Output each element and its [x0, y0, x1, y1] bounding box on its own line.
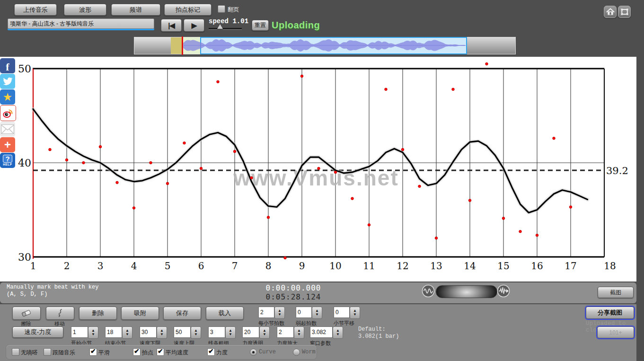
radio-label-curve: Curve — [259, 349, 276, 355]
beat-point — [267, 216, 270, 219]
reset-button[interactable]: 重置 — [252, 20, 269, 31]
spinner-r2-4-arrows[interactable]: ▲▼ — [191, 326, 201, 339]
tool-button-保存[interactable]: 保存 — [163, 307, 201, 320]
beat-point — [385, 88, 388, 91]
toolbar-button-3[interactable]: 频谱 — [111, 4, 160, 16]
email-share-button[interactable] — [0, 122, 15, 137]
spinner-down-icon[interactable]: ▼ — [297, 333, 301, 336]
prev-button[interactable]: |◀ — [161, 19, 182, 32]
spinner-down-icon[interactable]: ▼ — [353, 313, 357, 317]
spinner-r1-2-arrows[interactable]: ▲▼ — [312, 307, 322, 319]
checkbox-平均速度[interactable] — [157, 348, 164, 356]
spinner-r1-1-value[interactable] — [258, 307, 274, 318]
spinner-r2-1-value[interactable] — [71, 326, 88, 338]
play-button[interactable]: ▶ — [184, 19, 204, 32]
beat-point — [166, 182, 169, 185]
checkbox-平滑[interactable] — [89, 348, 97, 356]
tempo-dynamics-mode-button[interactable]: 速度-力度 — [12, 326, 63, 338]
speed-slider-thumb[interactable] — [217, 24, 223, 29]
tool-button-吸附[interactable]: 吸附 — [121, 307, 159, 320]
flip-page-checkbox[interactable] — [218, 5, 225, 13]
qzone-share-button[interactable]: ★ — [0, 89, 15, 105]
spinner-r1-3-arrows[interactable]: ▲▼ — [350, 307, 360, 319]
spinner-r1-2-label: 弱起拍数 — [296, 320, 317, 327]
home-button[interactable] — [604, 6, 617, 18]
spinner-r2-7-arrows[interactable]: ▲▼ — [294, 326, 304, 339]
tempo-chart[interactable]: www.Vmus.net39.2304050123456789101112131… — [0, 57, 636, 282]
spinner-down-icon[interactable]: ▼ — [194, 333, 198, 336]
spinner-down-icon[interactable]: ▼ — [315, 313, 319, 317]
spinner-r2-8-arrows[interactable]: ▲▼ — [333, 326, 343, 339]
checkbox-跟随音乐[interactable] — [44, 348, 51, 356]
spinner-r2-8-value[interactable] — [310, 326, 333, 338]
radio-worm[interactable] — [293, 349, 300, 356]
beat-point — [418, 185, 421, 188]
beat-point — [116, 181, 119, 184]
radio-curve[interactable] — [250, 349, 257, 356]
waveform-overview[interactable] — [134, 37, 516, 54]
spinner-r2-4-value[interactable] — [174, 326, 191, 338]
spinner-r2-2-arrows[interactable]: ▲▼ — [122, 326, 132, 339]
spinner-down-icon[interactable]: ▼ — [278, 313, 282, 317]
spinner-r2-3-value[interactable] — [140, 326, 157, 338]
spinner-down-icon[interactable]: ▼ — [91, 333, 95, 336]
checkbox-拍点[interactable] — [133, 348, 141, 356]
spinner-r2-6-arrows[interactable]: ▲▼ — [259, 326, 270, 339]
checkbox-无嘀嗒[interactable] — [12, 348, 19, 356]
spinner-r2-5-arrows[interactable]: ▲▼ — [225, 326, 236, 339]
spinner-down-icon[interactable]: ▼ — [125, 333, 129, 336]
speed-readout: speed 1.01 — [209, 18, 248, 25]
default-window-note: Default: 3.082(1 bar) — [358, 326, 399, 340]
home-icon — [606, 7, 615, 17]
chart-panel: f★+?HELP www.Vmus.net39.2304050123456789… — [0, 57, 636, 282]
help-share-button[interactable]: ?HELP — [0, 153, 15, 168]
checkbox-label-平均速度: 平均速度 — [166, 349, 188, 357]
eraser-button-擦除[interactable] — [12, 307, 41, 320]
toolbar-button-2[interactable]: 波形 — [64, 4, 106, 16]
eraser-icon — [21, 309, 32, 317]
weibo-share-button[interactable] — [0, 105, 16, 121]
y-tick-label: 30 — [18, 251, 31, 263]
display-button[interactable] — [618, 6, 631, 18]
spinner-r2-7-value[interactable] — [277, 326, 294, 338]
spinner-down-icon[interactable]: ▼ — [263, 333, 266, 336]
email-envelope-icon — [1, 124, 14, 134]
share-plus-share-button[interactable]: + — [0, 137, 15, 152]
beat-key-hint: Manually mark beat with key (A, S, D, F) — [7, 284, 98, 298]
spinner-down-icon[interactable]: ▼ — [229, 333, 232, 336]
spinner-down-icon[interactable]: ▼ — [160, 333, 164, 336]
radio-label-worm: Worm — [302, 349, 316, 355]
volume-slider[interactable] — [436, 285, 497, 298]
spinner-r2-1-arrows[interactable]: ▲▼ — [88, 326, 98, 339]
tool-button-删除[interactable]: 删除 — [79, 307, 117, 320]
spinner-r2-6-value[interactable] — [242, 326, 259, 338]
facebook-share-button[interactable]: f — [0, 58, 15, 73]
screenshot-button[interactable]: 截图 — [598, 287, 634, 298]
track-title-input[interactable] — [8, 18, 154, 29]
spinner-r2-2-value[interactable] — [105, 326, 122, 338]
beat-point — [485, 62, 488, 65]
move-button-移动[interactable] — [46, 307, 74, 320]
x-tick-label: 5 — [165, 260, 171, 272]
twitter-share-button[interactable] — [0, 74, 15, 89]
share-screenshot-button[interactable]: 分享截图 — [586, 307, 634, 319]
spinner-r1-3-value[interactable] — [334, 307, 350, 318]
waveform-jump-icon[interactable] — [497, 284, 510, 298]
beat-point — [284, 256, 287, 259]
prev-icon: |◀ — [168, 21, 175, 30]
toolbar-button-1[interactable]: 上传音乐 — [14, 4, 57, 16]
spinner-r1-1-arrows[interactable]: ▲▼ — [274, 307, 285, 319]
wave-mode-icon[interactable] — [422, 284, 435, 298]
toolbar-button-4[interactable]: 拍点标记 — [164, 4, 212, 16]
checkbox-力度[interactable] — [207, 348, 215, 356]
spinner-down-icon[interactable]: ▼ — [336, 333, 340, 336]
x-tick-label: 9 — [299, 260, 305, 272]
speed-slider-track[interactable] — [209, 28, 242, 30]
spinner-r2-3-arrows[interactable]: ▲▼ — [157, 326, 167, 339]
beat-point — [553, 137, 556, 140]
beat-point — [233, 150, 236, 153]
spinner-r1-2-value[interactable] — [296, 307, 312, 318]
spinner-r2-5-value[interactable] — [208, 326, 225, 338]
cloud-link-button[interactable]: 101+ — [597, 326, 634, 338]
tool-button-载入[interactable]: 载入 — [206, 307, 244, 320]
